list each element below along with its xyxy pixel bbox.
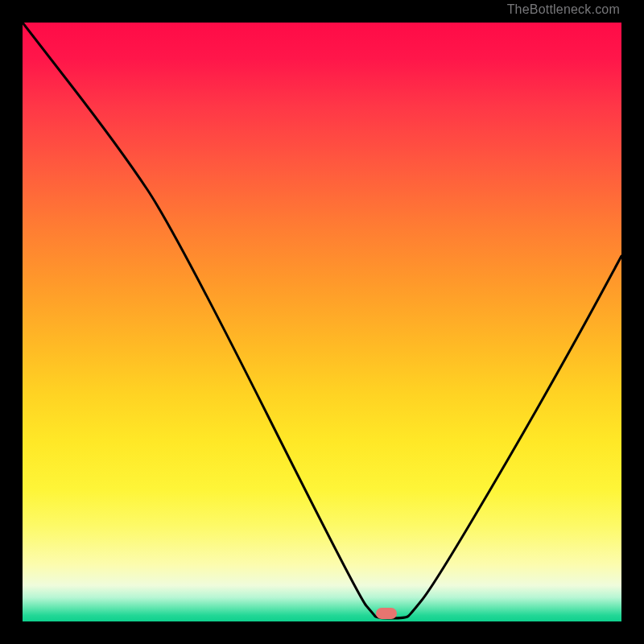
chart-frame: TheBottleneck.com [0,0,644,644]
gradient-plot-area [23,23,621,621]
attribution-text: TheBottleneck.com [507,2,620,17]
optimal-point-marker [376,608,397,619]
